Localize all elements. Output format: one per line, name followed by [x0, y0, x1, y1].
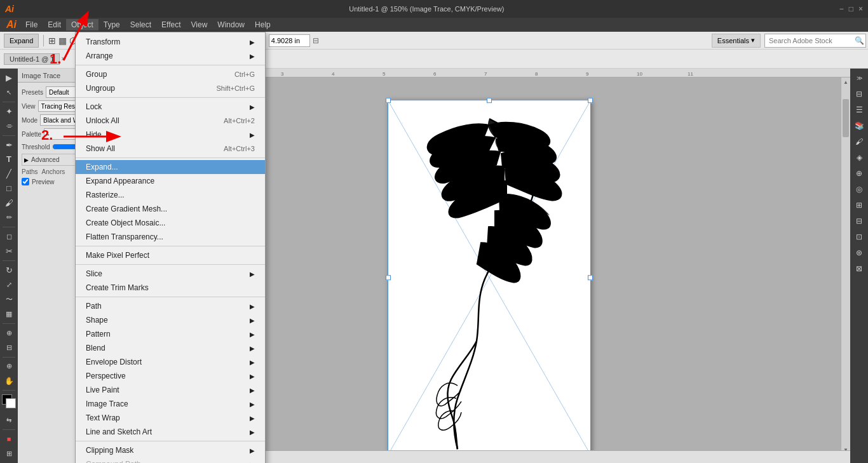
menu-item-rasterize[interactable]: Rasterize...	[76, 188, 265, 202]
maximize-button[interactable]: □	[849, 4, 853, 13]
menu-type[interactable]: Type	[98, 19, 125, 30]
menu-item-show-all[interactable]: Show All Alt+Ctrl+3	[76, 142, 265, 156]
properties-icon[interactable]: ☰	[852, 103, 866, 117]
pathfinder-panel-icon[interactable]: ⊛	[852, 246, 866, 260]
scale-tool[interactable]: ⤢	[1, 278, 17, 292]
create-trim-marks-label: Create Trim Marks	[86, 283, 149, 292]
menu-item-transform[interactable]: Transform ▶	[76, 35, 265, 49]
align-panel-icon[interactable]: ⊡	[852, 230, 866, 244]
navigator-icon[interactable]: ⊟	[852, 214, 866, 228]
menu-effect[interactable]: Effect	[156, 19, 186, 30]
blend-mode-tool[interactable]: ⊞	[1, 447, 17, 460]
menu-item-hide[interactable]: Hide ▶	[76, 128, 265, 142]
art-canvas	[388, 100, 591, 455]
menu-item-arrange[interactable]: Arrange ▶	[76, 49, 265, 63]
rect-tool[interactable]: □	[1, 182, 17, 195]
color-squares	[2, 394, 16, 408]
menu-item-clipping-mask[interactable]: Clipping Mask ▶	[76, 443, 265, 457]
menu-item-expand-appearance[interactable]: Expand Appearance	[76, 174, 265, 188]
artboard-tool[interactable]: ⊟	[1, 341, 17, 354]
live-paint-arrow: ▶	[250, 387, 255, 394]
pencil-tool[interactable]: ✏	[1, 211, 17, 224]
menu-item-perspective[interactable]: Perspective ▶	[76, 369, 265, 383]
menu-item-unlock-all[interactable]: Unlock All Alt+Ctrl+2	[76, 114, 265, 128]
warp-tool[interactable]: 〜	[1, 293, 17, 306]
menu-window[interactable]: Window	[212, 19, 250, 30]
menu-view[interactable]: View	[186, 19, 213, 30]
v-scrollbar[interactable]: ▲ ▼	[841, 77, 850, 454]
menu-item-expand[interactable]: Expand...	[76, 160, 265, 174]
ai-logo-menu: Ai	[3, 19, 20, 30]
background-color[interactable]	[6, 398, 16, 408]
menu-item-ungroup[interactable]: Ungroup Shift+Ctrl+G	[76, 81, 265, 95]
menu-item-image-trace[interactable]: Image Trace ▶	[76, 397, 265, 411]
pen-tool[interactable]: ✒	[1, 138, 17, 152]
magic-wand-tool[interactable]: ✦	[1, 105, 17, 118]
menu-item-make-pixel-perfect[interactable]: Make Pixel Perfect	[76, 248, 265, 262]
group-shortcut: Ctrl+G	[234, 70, 255, 78]
stock-search-input[interactable]	[764, 34, 866, 48]
menu-item-create-trim-marks[interactable]: Create Trim Marks	[76, 281, 265, 295]
menu-item-blend[interactable]: Blend ▶	[76, 341, 265, 355]
menu-select[interactable]: Select	[125, 19, 156, 30]
hand-tool[interactable]: ✋	[1, 374, 17, 387]
layers-icon[interactable]: ⊟	[852, 87, 866, 101]
swatches-icon[interactable]: ◈	[852, 151, 866, 164]
rotate-tool[interactable]: ↻	[1, 264, 17, 277]
line-tool[interactable]: ╱	[1, 167, 17, 180]
fill-mode[interactable]: ■	[1, 433, 17, 446]
doc-tab[interactable]: Untitled-1 @ 1	[4, 53, 60, 65]
eraser-tool[interactable]: ◻	[1, 230, 17, 243]
panel-toggle-btn[interactable]: ≫	[852, 71, 866, 85]
menu-help[interactable]: Help	[250, 19, 276, 30]
vscroll-up-btn[interactable]: ▲	[841, 77, 850, 86]
menu-item-lock[interactable]: Lock ▶	[76, 100, 265, 114]
type-tool[interactable]: T	[1, 153, 17, 166]
menu-item-live-paint[interactable]: Live Paint ▶	[76, 383, 265, 397]
menu-item-slice[interactable]: Slice ▶	[76, 267, 265, 281]
essentials-button[interactable]: Essentials ▾	[712, 34, 761, 48]
menu-edit[interactable]: Edit	[43, 19, 66, 30]
menu-item-envelope-distort[interactable]: Envelope Distort ▶	[76, 355, 265, 369]
tool-separator6	[3, 357, 15, 358]
paintbrush-tool[interactable]: 🖌	[1, 196, 17, 210]
swap-colors[interactable]: ⇆	[1, 413, 17, 427]
menu-item-pattern[interactable]: Pattern ▶	[76, 327, 265, 341]
preview-checkbox[interactable]	[22, 178, 29, 185]
menu-file[interactable]: File	[20, 19, 43, 30]
scissors-tool[interactable]: ✂	[1, 245, 17, 258]
expand-button[interactable]: Expand	[4, 34, 39, 48]
vscroll-thumb[interactable]	[843, 99, 849, 137]
appearance-icon[interactable]: ⊞	[852, 198, 866, 212]
menu-item-group[interactable]: Group Ctrl+G	[76, 67, 265, 81]
transform-panel-icon[interactable]: ⊠	[852, 262, 866, 276]
menu-item-create-gradient-mesh[interactable]: Create Gradient Mesh...	[76, 202, 265, 216]
direct-selection-tool[interactable]: ↖	[1, 86, 17, 99]
column-graph-tool[interactable]: ▦	[1, 307, 17, 321]
menu-item-path[interactable]: Path ▶	[76, 299, 265, 313]
cc-libraries-icon[interactable]: 📚	[852, 119, 866, 133]
blend-label: Blend	[86, 344, 105, 352]
menu-item-compound-path[interactable]: Compound Path ▶	[76, 457, 265, 463]
menu-item-flatten-transparency[interactable]: Flatten Transparency...	[76, 230, 265, 244]
menu-item-line-sketch-art[interactable]: Line and Sketch Art ▶	[76, 425, 265, 439]
selection-tool[interactable]: ▶	[1, 71, 17, 84]
symbol-tool[interactable]: ⊕	[1, 326, 17, 340]
menu-object[interactable]: Object	[66, 19, 98, 30]
menu-item-create-object-mosaic[interactable]: Create Object Mosaic...	[76, 216, 265, 230]
graphic-styles-icon[interactable]: ◎	[852, 182, 866, 196]
close-doc-icon[interactable]: ×	[61, 55, 65, 62]
close-button[interactable]: ×	[858, 4, 863, 13]
brushes-icon[interactable]: 🖌	[852, 135, 866, 149]
symbols-icon[interactable]: ⊕	[852, 166, 866, 180]
menu-item-text-wrap[interactable]: Text Wrap ▶	[76, 411, 265, 425]
menu-item-shape[interactable]: Shape ▶	[76, 313, 265, 327]
create-gradient-mesh-label: Create Gradient Mesh...	[86, 205, 167, 213]
pattern-label: Pattern	[86, 330, 111, 339]
zoom-tool[interactable]: ⊕	[1, 359, 17, 373]
show-all-shortcut: Alt+Ctrl+3	[224, 145, 255, 152]
minimize-button[interactable]: −	[839, 4, 844, 13]
h-input[interactable]	[269, 34, 310, 47]
lasso-tool[interactable]: ⌯	[1, 119, 17, 133]
transform-label: Transform	[86, 37, 120, 46]
